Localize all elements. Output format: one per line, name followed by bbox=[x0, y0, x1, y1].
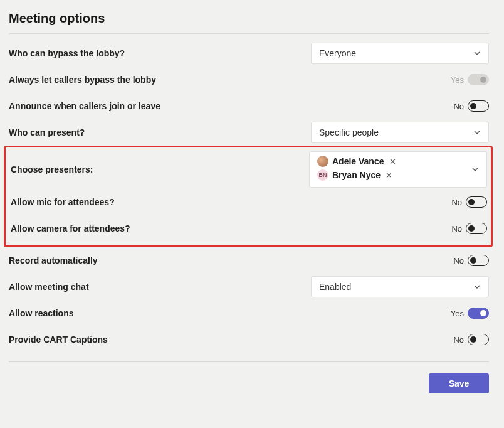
presenter-name: Bryan Nyce bbox=[332, 170, 381, 180]
dropdown-who-present-value: Specific people bbox=[319, 127, 379, 137]
label-cart-captions: Provide CART Captions bbox=[9, 334, 108, 345]
dropdown-bypass-lobby-value: Everyone bbox=[319, 48, 356, 58]
row-allow-chat: Allow meeting chat Enabled bbox=[9, 274, 489, 300]
toggle-announce-text: No bbox=[453, 102, 464, 111]
remove-presenter-icon[interactable]: ✕ bbox=[389, 157, 396, 166]
toggle-allow-camera-text: No bbox=[451, 224, 462, 233]
dropdown-bypass-lobby[interactable]: Everyone bbox=[311, 43, 489, 64]
row-cart-captions: Provide CART Captions No bbox=[9, 326, 489, 353]
chevron-down-icon bbox=[473, 129, 481, 136]
label-allow-camera: Allow camera for attendees? bbox=[11, 223, 130, 233]
row-choose-presenters: Choose presenters: Adele Vance ✕ BN Brya… bbox=[11, 150, 487, 189]
toggle-allow-mic[interactable] bbox=[466, 196, 487, 208]
toggle-callers-bypass bbox=[468, 74, 489, 85]
remove-presenter-icon[interactable]: ✕ bbox=[386, 171, 392, 180]
toggle-allow-reactions-text: Yes bbox=[451, 309, 464, 318]
page-title: Meeting options bbox=[9, 11, 489, 26]
chevron-down-icon bbox=[473, 50, 481, 57]
toggle-allow-reactions[interactable] bbox=[468, 308, 489, 319]
presenter-picker[interactable]: Adele Vance ✕ BN Bryan Nyce ✕ bbox=[309, 151, 487, 188]
row-record-auto: Record automatically No bbox=[9, 247, 489, 274]
dropdown-allow-chat[interactable]: Enabled bbox=[311, 276, 489, 297]
avatar bbox=[317, 156, 328, 167]
avatar: BN bbox=[317, 169, 328, 181]
presenter-name: Adele Vance bbox=[332, 156, 384, 166]
label-record-auto: Record automatically bbox=[9, 255, 98, 265]
chevron-down-icon bbox=[473, 283, 481, 291]
footer: Save bbox=[9, 361, 489, 393]
label-allow-mic: Allow mic for attendees? bbox=[11, 197, 115, 207]
toggle-record-auto[interactable] bbox=[468, 255, 489, 266]
toggle-cart-captions-text: No bbox=[453, 335, 464, 345]
label-allow-reactions: Allow reactions bbox=[9, 308, 73, 318]
label-callers-bypass: Always let callers bypass the lobby bbox=[9, 75, 156, 85]
save-button[interactable]: Save bbox=[429, 373, 489, 393]
label-choose-presenters: Choose presenters: bbox=[11, 164, 93, 174]
divider bbox=[9, 33, 489, 34]
presenter-chip: Adele Vance ✕ bbox=[317, 156, 396, 167]
label-bypass-lobby: Who can bypass the lobby? bbox=[9, 48, 125, 58]
row-allow-camera: Allow camera for attendees? No bbox=[11, 215, 487, 242]
row-allow-mic: Allow mic for attendees? No bbox=[11, 189, 487, 215]
dropdown-who-present[interactable]: Specific people bbox=[311, 122, 489, 143]
toggle-allow-mic-text: No bbox=[451, 198, 462, 207]
label-who-present: Who can present? bbox=[9, 127, 85, 137]
toggle-callers-bypass-text: Yes bbox=[451, 75, 464, 85]
highlight-region: Choose presenters: Adele Vance ✕ BN Brya… bbox=[4, 146, 493, 247]
toggle-cart-captions[interactable] bbox=[468, 334, 489, 345]
toggle-record-auto-text: No bbox=[453, 256, 464, 265]
dropdown-allow-chat-value: Enabled bbox=[319, 282, 351, 292]
label-announce-callers: Announce when callers join or leave bbox=[9, 101, 160, 111]
chevron-down-icon bbox=[471, 166, 479, 173]
row-allow-reactions: Allow reactions Yes bbox=[9, 300, 489, 326]
toggle-allow-camera[interactable] bbox=[466, 223, 487, 234]
presenter-chip: BN Bryan Nyce ✕ bbox=[317, 169, 396, 181]
label-allow-chat: Allow meeting chat bbox=[9, 282, 89, 292]
row-bypass-lobby: Who can bypass the lobby? Everyone bbox=[9, 40, 489, 67]
row-callers-bypass: Always let callers bypass the lobby Yes bbox=[9, 67, 489, 93]
row-who-present: Who can present? Specific people bbox=[9, 119, 489, 146]
toggle-announce-callers[interactable] bbox=[468, 100, 489, 112]
row-announce-callers: Announce when callers join or leave No bbox=[9, 93, 489, 119]
